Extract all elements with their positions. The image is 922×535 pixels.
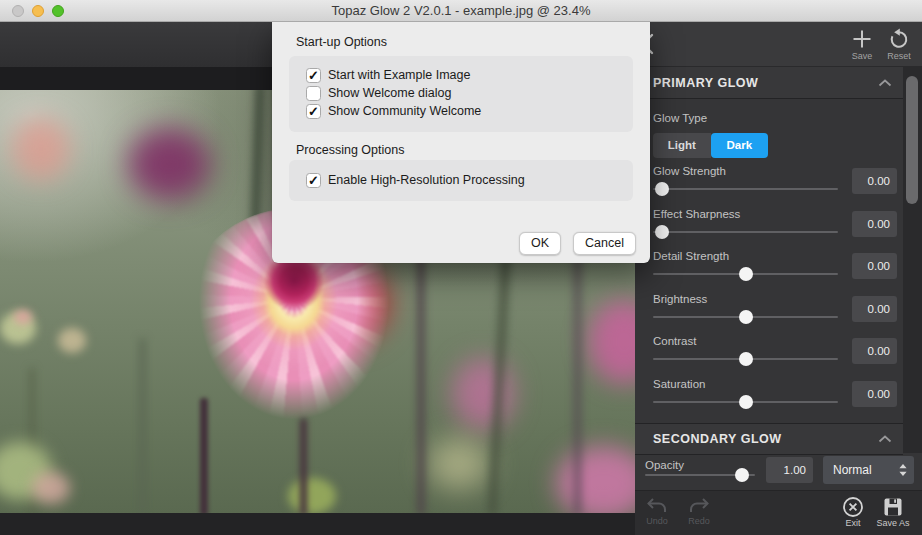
panel-body: PRIMARY GLOW Glow Type Light Dark Glow S…	[635, 67, 922, 490]
ok-button[interactable]: OK	[519, 232, 561, 255]
slider-value-field[interactable]: 0.00	[852, 381, 897, 407]
exit-button[interactable]: Exit	[834, 496, 872, 528]
startup-options-group: ✓ Start with Example Image Show Welcome …	[289, 56, 633, 132]
slider-track[interactable]	[653, 358, 838, 360]
cancel-button[interactable]: Cancel	[573, 232, 636, 255]
panel-scrollbar-track[interactable]	[903, 67, 922, 453]
startup-options-dialog: Start-up Options ✓ Start with Example Im…	[272, 22, 650, 263]
slider-row-contrast: Contrast 0.00	[653, 330, 897, 373]
save-preset-button[interactable]: Save	[844, 27, 880, 61]
checkbox-row-start-with-example: ✓ Start with Example Image	[306, 66, 633, 84]
checkbox-label: Start with Example Image	[328, 68, 470, 82]
blend-mode-dropdown[interactable]: Normal	[823, 456, 914, 484]
reset-label: Reset	[881, 51, 917, 61]
startup-options-title: Start-up Options	[296, 35, 387, 49]
window-title: Topaz Glow 2 V2.0.1 - example.jpg @ 23.4…	[0, 3, 922, 18]
slider-row-brightness: Brightness 0.00	[653, 288, 897, 331]
exit-circle-x-icon	[834, 496, 872, 518]
primary-glow-header[interactable]: PRIMARY GLOW	[635, 67, 903, 99]
photo-bud	[32, 472, 70, 504]
panel-scrollbar-thumb[interactable]	[906, 76, 918, 204]
checkbox-row-high-res: ✓ Enable High-Resolution Processing	[306, 171, 633, 189]
slider-track[interactable]	[653, 401, 838, 403]
slider-thumb[interactable]	[739, 352, 753, 366]
checkbox-label: Enable High-Resolution Processing	[328, 173, 525, 187]
primary-glow-title: PRIMARY GLOW	[653, 76, 877, 90]
photo-bud	[14, 310, 32, 324]
plus-icon	[844, 27, 880, 51]
photo-pink-flower-blur	[556, 446, 635, 513]
processing-options-group: ✓ Enable High-Resolution Processing	[289, 160, 633, 201]
redo-button[interactable]: Redo	[680, 496, 718, 526]
stepper-icon	[898, 463, 908, 477]
undo-button[interactable]: Undo	[638, 496, 676, 526]
slider-thumb[interactable]	[739, 395, 753, 409]
start-with-example-checkbox[interactable]: ✓	[306, 68, 321, 83]
checkbox-row-show-community: ✓ Show Community Welcome	[306, 102, 633, 120]
slider-value-field[interactable]: 0.00	[852, 253, 897, 279]
slider-row-glow-strength: Glow Strength 0.00	[653, 160, 897, 203]
chevron-up-icon[interactable]	[877, 434, 893, 444]
chevron-up-icon[interactable]	[877, 78, 893, 88]
app-window: Topaz Glow 2 V2.0.1 - example.jpg @ 23.4…	[0, 0, 922, 535]
secondary-glow-header[interactable]: SECONDARY GLOW	[635, 423, 903, 455]
slider-value-field[interactable]: 0.00	[852, 296, 897, 322]
undo-icon	[638, 496, 676, 516]
glow-type-light-button[interactable]: Light	[653, 133, 711, 158]
slider-thumb[interactable]	[739, 267, 753, 281]
photo-pink-flower-blur	[452, 358, 514, 430]
slider-label: Contrast	[653, 335, 696, 347]
slider-label: Detail Strength	[653, 250, 729, 262]
show-welcome-checkbox[interactable]	[306, 86, 321, 101]
enable-high-res-checkbox[interactable]: ✓	[306, 173, 321, 188]
opacity-slider-track[interactable]	[645, 474, 755, 476]
slider-label: Effect Sharpness	[653, 208, 740, 220]
slider-row-detail-strength: Detail Strength 0.00	[653, 245, 897, 288]
opacity-slider-thumb[interactable]	[735, 468, 749, 482]
photo-purple-flower-blur	[128, 128, 210, 200]
save-as-button[interactable]: Save As	[873, 496, 913, 528]
save-preset-label: Save	[844, 51, 880, 61]
slider-label: Brightness	[653, 293, 707, 305]
title-bar: Topaz Glow 2 V2.0.1 - example.jpg @ 23.4…	[0, 0, 922, 22]
slider-value-field[interactable]: 0.00	[852, 211, 897, 237]
slider-thumb[interactable]	[655, 182, 669, 196]
floppy-disk-icon	[873, 496, 913, 518]
photo-stem	[140, 338, 145, 513]
adjustments-panel: Save Reset PRIMARY GLOW Glow Type Light …	[635, 22, 922, 535]
panel-toolbar: Save Reset	[635, 22, 922, 67]
panel-bottom-bar: Undo Redo Exit Save As	[635, 490, 922, 535]
photo-cream-blur	[428, 438, 490, 490]
slider-value-field[interactable]: 0.00	[852, 168, 897, 194]
undo-label: Undo	[638, 516, 676, 526]
opacity-row: Opacity 1.00 Normal	[645, 457, 914, 490]
photo-salmon-blur	[12, 118, 70, 180]
slider-thumb[interactable]	[739, 310, 753, 324]
slider-row-saturation: Saturation 0.00	[653, 373, 897, 416]
slider-label: Glow Strength	[653, 165, 726, 177]
secondary-glow-title: SECONDARY GLOW	[653, 432, 877, 446]
slider-track[interactable]	[653, 273, 838, 275]
dialog-buttons: OK Cancel	[519, 232, 636, 255]
show-community-checkbox[interactable]: ✓	[306, 104, 321, 119]
exit-label: Exit	[834, 518, 872, 528]
slider-value-field[interactable]: 0.00	[852, 338, 897, 364]
opacity-label: Opacity	[645, 459, 684, 471]
glow-type-dark-button[interactable]: Dark	[711, 133, 769, 158]
opacity-value-field[interactable]: 1.00	[766, 457, 813, 483]
processing-options-title: Processing Options	[296, 143, 404, 157]
slider-track[interactable]	[653, 188, 838, 190]
slider-track[interactable]	[653, 231, 838, 233]
canvas-bottom-bar	[0, 513, 635, 535]
slider-thumb[interactable]	[655, 225, 669, 239]
photo-bud	[58, 328, 86, 353]
blend-mode-value: Normal	[833, 463, 872, 477]
slider-label: Saturation	[653, 378, 705, 390]
checkbox-row-show-welcome: Show Welcome dialog	[306, 84, 633, 102]
primary-glow-sliders: Glow Strength 0.00 Effect Sharpness 0.00…	[635, 160, 922, 415]
slider-track[interactable]	[653, 316, 838, 318]
checkbox-label: Show Community Welcome	[328, 104, 481, 118]
glow-type-segmented-control: Light Dark	[653, 133, 768, 158]
reset-button[interactable]: Reset	[881, 27, 917, 61]
checkbox-label: Show Welcome dialog	[328, 86, 451, 100]
